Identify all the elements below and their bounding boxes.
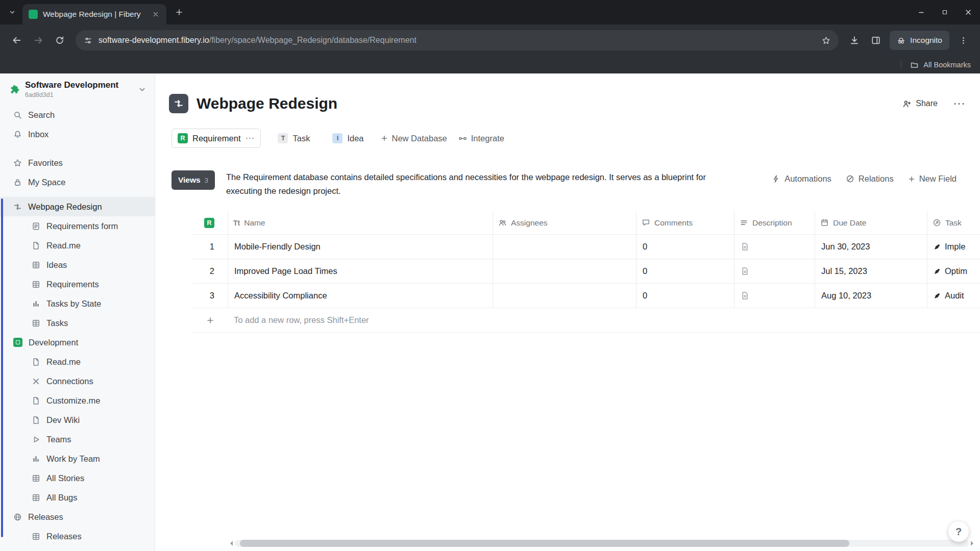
sidebar-item-dev-readme[interactable]: Read.me [0,352,155,371]
requirement-more-button[interactable]: ⋯ [245,133,255,144]
sidebar-item-favorites[interactable]: Favorites [0,153,155,172]
table-icon [32,474,40,483]
column-header-comments[interactable]: Comments [636,211,734,235]
database-tab-requirement[interactable]: R Requirement ⋯ [172,129,261,148]
document-icon [32,358,40,366]
scrollbar-thumb[interactable] [240,540,849,547]
views-button[interactable]: Views 3 [172,170,215,190]
table-icon [32,261,40,269]
scroll-right-icon[interactable] [971,541,976,546]
all-bookmarks-button[interactable]: All Bookmarks [923,61,971,69]
sidebar-item-customize-me[interactable]: Customize.me [0,391,155,410]
name-cell[interactable]: Mobile-Friendly Design [228,235,493,259]
comments-cell[interactable]: 0 [636,259,734,284]
due-date-cell[interactable]: Aug 10, 2023 [815,284,927,308]
bookmarks-separator [901,61,901,69]
sidebar-item-all-stories[interactable]: All Stories [0,468,155,488]
bookmarks-bar: All Bookmarks [0,56,980,73]
scrollbar-track[interactable] [235,540,969,547]
sidebar-item-connections[interactable]: Connections [0,371,155,391]
minimize-button[interactable] [910,0,933,24]
lock-icon [13,178,22,187]
due-date-cell[interactable]: Jun 30, 2023 [815,235,927,259]
due-date-cell[interactable]: Jul 15, 2023 [815,259,927,284]
name-cell[interactable]: Improved Page Load Times [228,259,493,284]
sidebar-item-my-space[interactable]: My Space [0,172,155,192]
new-database-button[interactable]: New Database [381,134,447,143]
workspace-puzzle-icon [9,84,19,94]
task-cell[interactable]: Imple [927,235,980,259]
column-header-task[interactable]: Task [927,211,980,235]
horizontal-scrollbar[interactable] [228,539,976,547]
database-tab-task[interactable]: T Task [272,129,315,148]
sidebar-item-all-bugs[interactable]: All Bugs [0,488,155,507]
sidebar-item-development[interactable]: Development [0,333,155,352]
relations-button[interactable]: Relations [846,174,894,184]
assignees-cell[interactable] [493,259,636,284]
column-header-description[interactable]: Description [734,211,815,235]
workspace-switcher[interactable]: Software Development 6ad8d3d1 [0,73,155,105]
description-cell[interactable] [734,284,815,308]
sidebar-item-requirements-form[interactable]: Requirements form [0,216,155,236]
browser-menu-icon[interactable] [953,31,973,50]
reload-button[interactable] [50,31,69,50]
task-cell[interactable]: Audit [927,284,980,308]
sidebar-item-releases[interactable]: Releases [0,527,155,546]
requirement-badge: R [204,218,214,228]
sidebar-item-inbox[interactable]: Inbox [0,124,155,144]
automations-button[interactable]: Automations [772,174,831,184]
tab-search-chevron-icon[interactable] [5,5,19,19]
scroll-left-icon[interactable] [228,541,233,546]
sidebar-item-search[interactable]: Search [0,105,155,124]
new-field-button[interactable]: New Field [908,174,957,184]
description-cell[interactable] [734,235,815,259]
add-row-hint: To add a new row, press Shift+Enter [228,308,980,333]
sidebar-item-release-planning[interactable]: Release Planning [0,546,155,551]
new-tab-button[interactable] [172,5,187,20]
database-tab-idea[interactable]: I Idea [327,129,369,148]
description-cell[interactable] [734,259,815,284]
column-header-due-date[interactable]: Due Date [815,211,927,235]
site-settings-icon[interactable] [84,36,92,45]
close-window-button[interactable] [957,0,980,24]
space-more-button[interactable]: ⋯ [953,97,966,110]
sidebar-item-work-by-team[interactable]: Work by Team [0,449,155,468]
back-button[interactable] [7,31,27,50]
sidebar-item-teams[interactable]: Teams [0,430,155,449]
comments-cell[interactable]: 0 [636,284,734,308]
sidebar-item-tasks-by-state[interactable]: Tasks by State [0,294,155,313]
task-cell[interactable]: Optim [927,259,980,284]
chevron-down-icon[interactable] [138,85,146,94]
maximize-button[interactable] [933,0,957,24]
share-button[interactable]: Share [902,99,938,108]
column-header-assignees[interactable]: Assignees [493,211,636,235]
url-bar[interactable]: software-development.fibery.io/fibery/sp… [76,30,839,51]
forward-button[interactable] [29,31,48,50]
downloads-icon[interactable] [845,31,864,50]
workspace-id: 6ad8d3d1 [25,91,118,98]
add-row-button[interactable] [192,308,228,333]
sidebar-item-releases-space[interactable]: Releases [0,507,155,527]
pen-nib-icon [934,292,941,299]
sidebar-item-tasks[interactable]: Tasks [0,313,155,333]
column-header-name[interactable]: TtName [228,211,493,235]
assignees-cell[interactable] [493,284,636,308]
sidebar-item-readme[interactable]: Read.me [0,236,155,255]
plus-icon [908,176,915,183]
help-button[interactable]: ? [948,521,969,542]
bookmark-star-icon[interactable] [822,36,830,45]
table-row: 1 Mobile-Friendly Design 0 Jun 30, 2023 … [155,235,980,259]
sidebar-scroll-indicator [1,198,3,537]
assignees-cell[interactable] [493,235,636,259]
side-panel-icon[interactable] [866,31,886,50]
comments-cell[interactable]: 0 [636,235,734,259]
sidebar-item-dev-wiki[interactable]: Dev Wiki [0,410,155,430]
browser-tab[interactable]: Webpage Redesign | Fibery [22,4,166,24]
board-icon [32,299,40,308]
sidebar-item-webpage-redesign[interactable]: Webpage Redesign [0,197,155,216]
name-cell[interactable]: Accessibility Compliance [228,284,493,308]
sidebar-item-requirements[interactable]: Requirements [0,274,155,294]
sidebar-item-ideas[interactable]: Ideas [0,255,155,274]
tab-close-icon[interactable] [151,10,160,19]
integrate-button[interactable]: Integrate [458,134,504,143]
